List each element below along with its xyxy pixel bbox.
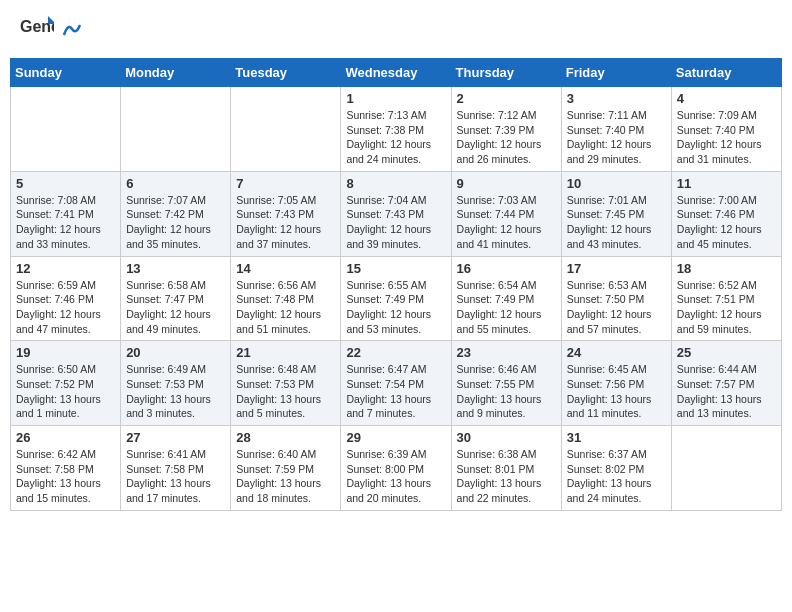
day-number: 20 [126,345,225,360]
day-info: Sunrise: 6:37 AM Sunset: 8:02 PM Dayligh… [567,447,666,506]
day-number: 1 [346,91,445,106]
logo: General [18,10,82,50]
calendar-cell: 23Sunrise: 6:46 AM Sunset: 7:55 PM Dayli… [451,341,561,426]
calendar-cell: 28Sunrise: 6:40 AM Sunset: 7:59 PM Dayli… [231,426,341,511]
col-header-friday: Friday [561,59,671,87]
calendar-cell [671,426,781,511]
calendar-cell: 15Sunrise: 6:55 AM Sunset: 7:49 PM Dayli… [341,256,451,341]
calendar-cell: 21Sunrise: 6:48 AM Sunset: 7:53 PM Dayli… [231,341,341,426]
day-info: Sunrise: 6:56 AM Sunset: 7:48 PM Dayligh… [236,278,335,337]
calendar-week-2: 5Sunrise: 7:08 AM Sunset: 7:41 PM Daylig… [11,171,782,256]
calendar-week-5: 26Sunrise: 6:42 AM Sunset: 7:58 PM Dayli… [11,426,782,511]
day-number: 7 [236,176,335,191]
calendar-cell: 9Sunrise: 7:03 AM Sunset: 7:44 PM Daylig… [451,171,561,256]
calendar-cell: 20Sunrise: 6:49 AM Sunset: 7:53 PM Dayli… [121,341,231,426]
day-number: 5 [16,176,115,191]
calendar-cell: 30Sunrise: 6:38 AM Sunset: 8:01 PM Dayli… [451,426,561,511]
day-number: 11 [677,176,776,191]
day-info: Sunrise: 6:40 AM Sunset: 7:59 PM Dayligh… [236,447,335,506]
day-info: Sunrise: 6:38 AM Sunset: 8:01 PM Dayligh… [457,447,556,506]
day-number: 9 [457,176,556,191]
day-number: 31 [567,430,666,445]
calendar-cell: 8Sunrise: 7:04 AM Sunset: 7:43 PM Daylig… [341,171,451,256]
calendar-cell: 17Sunrise: 6:53 AM Sunset: 7:50 PM Dayli… [561,256,671,341]
calendar-cell [231,87,341,172]
day-info: Sunrise: 6:52 AM Sunset: 7:51 PM Dayligh… [677,278,776,337]
col-header-thursday: Thursday [451,59,561,87]
calendar-cell: 6Sunrise: 7:07 AM Sunset: 7:42 PM Daylig… [121,171,231,256]
day-number: 21 [236,345,335,360]
calendar-table: SundayMondayTuesdayWednesdayThursdayFrid… [10,58,782,511]
day-info: Sunrise: 6:48 AM Sunset: 7:53 PM Dayligh… [236,362,335,421]
day-number: 14 [236,261,335,276]
calendar-cell: 5Sunrise: 7:08 AM Sunset: 7:41 PM Daylig… [11,171,121,256]
calendar-cell: 11Sunrise: 7:00 AM Sunset: 7:46 PM Dayli… [671,171,781,256]
day-number: 13 [126,261,225,276]
day-info: Sunrise: 6:41 AM Sunset: 7:58 PM Dayligh… [126,447,225,506]
day-number: 28 [236,430,335,445]
day-info: Sunrise: 6:58 AM Sunset: 7:47 PM Dayligh… [126,278,225,337]
col-header-tuesday: Tuesday [231,59,341,87]
calendar-cell: 18Sunrise: 6:52 AM Sunset: 7:51 PM Dayli… [671,256,781,341]
day-info: Sunrise: 7:09 AM Sunset: 7:40 PM Dayligh… [677,108,776,167]
logo-mark: General [18,10,54,50]
col-header-wednesday: Wednesday [341,59,451,87]
day-info: Sunrise: 7:11 AM Sunset: 7:40 PM Dayligh… [567,108,666,167]
day-info: Sunrise: 7:12 AM Sunset: 7:39 PM Dayligh… [457,108,556,167]
col-header-sunday: Sunday [11,59,121,87]
day-info: Sunrise: 6:59 AM Sunset: 7:46 PM Dayligh… [16,278,115,337]
calendar-cell: 12Sunrise: 6:59 AM Sunset: 7:46 PM Dayli… [11,256,121,341]
calendar-cell: 27Sunrise: 6:41 AM Sunset: 7:58 PM Dayli… [121,426,231,511]
day-number: 24 [567,345,666,360]
day-info: Sunrise: 6:46 AM Sunset: 7:55 PM Dayligh… [457,362,556,421]
logo-wave-icon [62,15,82,45]
day-number: 16 [457,261,556,276]
day-info: Sunrise: 7:08 AM Sunset: 7:41 PM Dayligh… [16,193,115,252]
day-number: 10 [567,176,666,191]
day-number: 27 [126,430,225,445]
day-info: Sunrise: 6:39 AM Sunset: 8:00 PM Dayligh… [346,447,445,506]
day-info: Sunrise: 7:04 AM Sunset: 7:43 PM Dayligh… [346,193,445,252]
day-number: 15 [346,261,445,276]
calendar-cell: 1Sunrise: 7:13 AM Sunset: 7:38 PM Daylig… [341,87,451,172]
day-number: 18 [677,261,776,276]
calendar-cell: 29Sunrise: 6:39 AM Sunset: 8:00 PM Dayli… [341,426,451,511]
day-number: 25 [677,345,776,360]
page-header: General [10,10,782,50]
day-info: Sunrise: 7:13 AM Sunset: 7:38 PM Dayligh… [346,108,445,167]
calendar-cell: 31Sunrise: 6:37 AM Sunset: 8:02 PM Dayli… [561,426,671,511]
day-number: 22 [346,345,445,360]
day-info: Sunrise: 6:47 AM Sunset: 7:54 PM Dayligh… [346,362,445,421]
day-info: Sunrise: 6:53 AM Sunset: 7:50 PM Dayligh… [567,278,666,337]
day-info: Sunrise: 6:55 AM Sunset: 7:49 PM Dayligh… [346,278,445,337]
calendar-cell: 7Sunrise: 7:05 AM Sunset: 7:43 PM Daylig… [231,171,341,256]
day-info: Sunrise: 7:07 AM Sunset: 7:42 PM Dayligh… [126,193,225,252]
day-number: 2 [457,91,556,106]
day-number: 17 [567,261,666,276]
calendar-cell: 10Sunrise: 7:01 AM Sunset: 7:45 PM Dayli… [561,171,671,256]
day-info: Sunrise: 7:01 AM Sunset: 7:45 PM Dayligh… [567,193,666,252]
calendar-cell: 22Sunrise: 6:47 AM Sunset: 7:54 PM Dayli… [341,341,451,426]
day-info: Sunrise: 7:03 AM Sunset: 7:44 PM Dayligh… [457,193,556,252]
calendar-cell: 24Sunrise: 6:45 AM Sunset: 7:56 PM Dayli… [561,341,671,426]
day-number: 6 [126,176,225,191]
calendar-week-1: 1Sunrise: 7:13 AM Sunset: 7:38 PM Daylig… [11,87,782,172]
calendar-cell: 3Sunrise: 7:11 AM Sunset: 7:40 PM Daylig… [561,87,671,172]
calendar-cell: 25Sunrise: 6:44 AM Sunset: 7:57 PM Dayli… [671,341,781,426]
day-number: 3 [567,91,666,106]
col-header-monday: Monday [121,59,231,87]
day-info: Sunrise: 6:50 AM Sunset: 7:52 PM Dayligh… [16,362,115,421]
day-number: 12 [16,261,115,276]
calendar-week-3: 12Sunrise: 6:59 AM Sunset: 7:46 PM Dayli… [11,256,782,341]
day-number: 26 [16,430,115,445]
col-header-saturday: Saturday [671,59,781,87]
day-number: 4 [677,91,776,106]
day-number: 8 [346,176,445,191]
day-number: 19 [16,345,115,360]
day-info: Sunrise: 6:49 AM Sunset: 7:53 PM Dayligh… [126,362,225,421]
day-info: Sunrise: 6:54 AM Sunset: 7:49 PM Dayligh… [457,278,556,337]
calendar-header-row: SundayMondayTuesdayWednesdayThursdayFrid… [11,59,782,87]
calendar-week-4: 19Sunrise: 6:50 AM Sunset: 7:52 PM Dayli… [11,341,782,426]
calendar-cell: 19Sunrise: 6:50 AM Sunset: 7:52 PM Dayli… [11,341,121,426]
calendar-cell [121,87,231,172]
